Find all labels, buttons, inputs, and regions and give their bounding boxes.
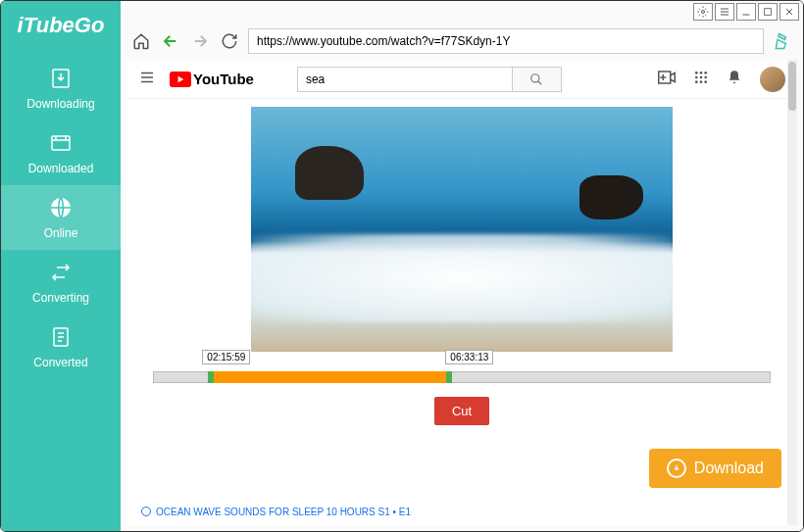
video-title-row[interactable]: OCEAN WAVE SOUNDS FOR SLEEP 10 HOURS S1 … xyxy=(140,506,411,517)
youtube-header-right xyxy=(658,67,785,92)
sidebar-item-label: Online xyxy=(44,226,78,240)
minimize-button[interactable] xyxy=(736,3,756,21)
video-content xyxy=(295,146,364,200)
svg-point-11 xyxy=(695,75,698,78)
sidebar-item-label: Converting xyxy=(32,291,89,305)
sidebar-item-online[interactable]: Online xyxy=(1,185,121,250)
download-button[interactable]: Download xyxy=(649,449,781,488)
sidebar-item-label: Converted xyxy=(33,356,87,369)
close-button[interactable] xyxy=(779,3,799,21)
maximize-button[interactable] xyxy=(758,3,778,21)
svg-point-6 xyxy=(531,73,539,81)
document-icon xyxy=(48,324,74,350)
youtube-logo[interactable]: YouTube xyxy=(170,71,254,87)
svg-point-14 xyxy=(695,80,698,83)
search-button[interactable] xyxy=(513,67,562,92)
sidebar-item-converting[interactable]: Converting xyxy=(1,250,121,314)
apps-icon[interactable] xyxy=(693,70,709,89)
download-icon xyxy=(667,459,686,478)
search-input[interactable] xyxy=(297,67,513,92)
video-content xyxy=(579,175,643,219)
browser-viewport: YouTube xyxy=(126,60,797,525)
hamburger-icon[interactable] xyxy=(138,69,156,90)
home-icon[interactable] xyxy=(130,30,152,52)
titlebar xyxy=(121,1,803,23)
clip-selection[interactable] xyxy=(214,371,446,383)
menu-button[interactable] xyxy=(715,3,734,21)
scrollbar[interactable] xyxy=(787,60,797,525)
youtube-play-icon xyxy=(170,72,191,87)
create-icon[interactable] xyxy=(658,71,676,88)
main-area: YouTube xyxy=(121,1,803,531)
sidebar-item-label: Downloading xyxy=(26,97,94,111)
clip-end-time[interactable]: 06:33:13 xyxy=(445,350,493,364)
download-icon xyxy=(48,66,74,91)
sidebar: iTubeGo Downloading Downloaded Online Co… xyxy=(1,1,121,531)
url-input[interactable] xyxy=(248,28,764,54)
cut-button[interactable]: Cut xyxy=(434,397,489,425)
svg-point-10 xyxy=(704,72,707,74)
svg-rect-1 xyxy=(52,136,70,150)
video-title-text: OCEAN WAVE SOUNDS FOR SLEEP 10 HOURS S1 … xyxy=(156,507,411,517)
back-icon[interactable] xyxy=(160,30,181,52)
search-wrap xyxy=(297,67,562,92)
convert-icon xyxy=(48,260,74,285)
url-bar xyxy=(121,23,803,60)
reload-icon[interactable] xyxy=(219,30,240,52)
sidebar-item-downloaded[interactable]: Downloaded xyxy=(1,121,121,185)
svg-point-16 xyxy=(704,80,707,83)
avatar[interactable] xyxy=(760,67,785,92)
sidebar-item-label: Downloaded xyxy=(28,162,94,175)
tag-icon xyxy=(140,506,152,517)
sidebar-item-downloading[interactable]: Downloading xyxy=(1,56,121,121)
clip-start-time[interactable]: 02:15:59 xyxy=(202,350,250,364)
scroll-thumb[interactable] xyxy=(788,62,796,111)
svg-point-13 xyxy=(704,75,707,78)
svg-point-9 xyxy=(700,72,703,74)
youtube-header: YouTube xyxy=(126,60,797,99)
timeline-track[interactable] xyxy=(153,371,770,383)
video-content xyxy=(251,234,673,322)
svg-rect-5 xyxy=(765,9,772,16)
forward-icon[interactable] xyxy=(189,30,211,52)
clean-icon[interactable] xyxy=(772,30,793,52)
svg-point-15 xyxy=(700,80,703,83)
download-label: Download xyxy=(694,459,764,477)
youtube-brand-text: YouTube xyxy=(193,71,254,87)
video-file-icon xyxy=(48,130,74,156)
bell-icon[interactable] xyxy=(727,70,742,89)
video-player[interactable] xyxy=(251,107,673,352)
svg-point-4 xyxy=(702,11,705,14)
svg-point-17 xyxy=(142,508,151,516)
svg-point-12 xyxy=(700,75,703,78)
sidebar-item-converted[interactable]: Converted xyxy=(1,314,121,379)
app-logo: iTubeGo xyxy=(18,13,105,38)
video-wrap: 02:15:59 06:33:13 Cut xyxy=(126,99,797,425)
globe-icon xyxy=(48,195,74,220)
settings-button[interactable] xyxy=(693,3,713,21)
clip-end-handle[interactable] xyxy=(446,371,452,383)
clip-timeline: 02:15:59 06:33:13 xyxy=(153,371,770,383)
svg-point-8 xyxy=(695,72,698,74)
